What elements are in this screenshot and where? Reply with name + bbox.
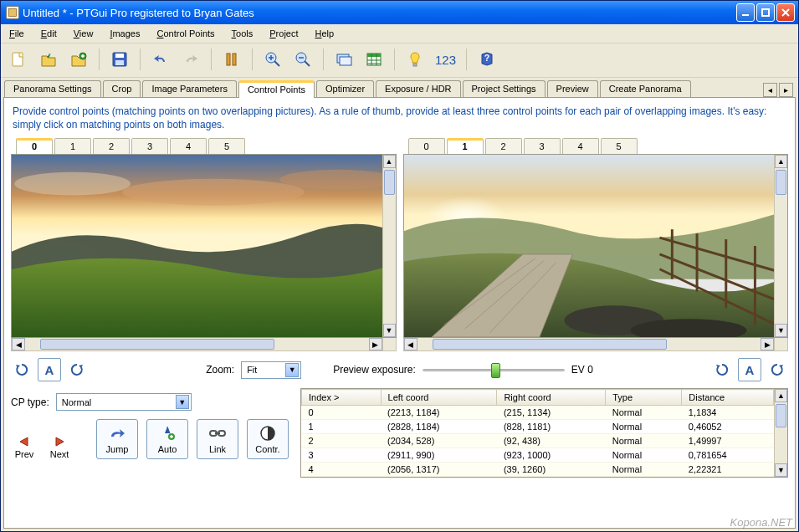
right-horizontal-scrollbar[interactable]: ◀▶ [403, 338, 776, 351]
svg-rect-7 [115, 60, 124, 65]
close-button[interactable] [776, 3, 795, 22]
preview-exposure-slider[interactable] [423, 361, 565, 378]
numeric-transform-button[interactable]: 123 [433, 53, 458, 67]
zoom-out-button[interactable] [290, 47, 315, 72]
zoom-label: Zoom: [206, 364, 234, 376]
left-rotate-cw-button[interactable] [68, 361, 86, 379]
left-image-tab-4[interactable]: 4 [170, 138, 207, 154]
tabs-scroll-left[interactable]: ◂ [763, 83, 777, 97]
svg-text:?: ? [484, 54, 489, 63]
main-tab-strip: Panorama SettingsCropImage ParametersCon… [1, 78, 798, 97]
right-rotate-cw-button[interactable] [768, 361, 786, 379]
zoom-combo[interactable]: Fit ▼ [241, 361, 301, 379]
new-project-button[interactable] [6, 47, 31, 72]
right-fit-button[interactable]: A [738, 358, 761, 381]
menu-file[interactable]: File [6, 27, 28, 40]
right-image-tab-0[interactable]: 0 [408, 138, 445, 154]
right-image-tab-2[interactable]: 2 [485, 138, 522, 154]
tab-project-settings[interactable]: Project Settings [463, 80, 545, 97]
table-header[interactable]: Left coord [381, 390, 497, 406]
table-row[interactable]: 3(2911, 990)(923, 1000)Normal0,781654 [302, 448, 774, 463]
tab-create-panorama[interactable]: Create Panorama [600, 80, 691, 97]
tab-optimizer[interactable]: Optimizer [316, 80, 374, 97]
menu-project[interactable]: Project [266, 27, 301, 40]
title-bar: Untitled * - PTGui Pro registered to Bry… [1, 1, 798, 24]
minimize-button[interactable] [736, 3, 755, 22]
table-row[interactable]: 2(2034, 528)(92, 438)Normal1,49997 [302, 434, 774, 448]
control-points-table-button[interactable] [361, 47, 387, 72]
right-vertical-scrollbar[interactable]: ▲ ▼ [774, 155, 787, 337]
table-row[interactable]: 4(2056, 1317)(39, 1260)Normal2,22321 [302, 463, 774, 477]
left-image-tab-2[interactable]: 2 [93, 138, 130, 154]
add-images-button[interactable] [66, 47, 91, 72]
left-fit-button[interactable]: A [38, 358, 61, 381]
menu-help[interactable]: Help [312, 27, 338, 40]
svg-rect-2 [762, 9, 769, 16]
align-images-button[interactable] [219, 47, 244, 72]
menu-images[interactable]: Images [106, 27, 143, 40]
table-vertical-scrollbar[interactable]: ▲ ▼ [774, 389, 787, 477]
svg-rect-0 [9, 9, 17, 17]
menu-control-points[interactable]: Control Points [153, 27, 218, 40]
tab-control-points[interactable]: Control Points [238, 80, 315, 98]
table-header[interactable]: Right coord [497, 390, 606, 406]
redo-button[interactable] [178, 47, 203, 72]
tab-crop[interactable]: Crop [103, 80, 141, 97]
menu-view[interactable]: View [70, 27, 97, 40]
table-header[interactable]: Distance [682, 390, 774, 406]
open-button[interactable] [36, 47, 61, 72]
help-button[interactable]: ? [474, 47, 499, 72]
menu-edit[interactable]: Edit [38, 27, 60, 40]
left-horizontal-scrollbar[interactable]: ◀▶ [11, 338, 383, 351]
right-image-tab-4[interactable]: 4 [562, 138, 599, 154]
zoom-value: Fit [247, 365, 280, 375]
undo-button[interactable] [148, 47, 173, 72]
table-header[interactable]: Index > [302, 390, 382, 406]
svg-rect-6 [115, 54, 124, 58]
table-row[interactable]: 1(2828, 1184)(828, 1181)Normal0,46052 [302, 420, 774, 434]
right-image-tabs: 012345 [403, 138, 789, 154]
right-image-tab-5[interactable]: 5 [601, 138, 638, 154]
right-image-view[interactable] [404, 155, 775, 337]
left-rotate-ccw-button[interactable] [13, 361, 31, 379]
zoom-in-button[interactable] [260, 47, 285, 72]
table-row[interactable]: 0(2213, 1184)(215, 1134)Normal1,1834 [302, 406, 774, 420]
save-button[interactable] [107, 47, 132, 72]
right-rotate-ccw-button[interactable] [713, 361, 731, 379]
panorama-editor-button[interactable] [331, 47, 356, 72]
tab-panorama-settings[interactable]: Panorama Settings [4, 80, 101, 97]
tab-image-parameters[interactable]: Image Parameters [142, 80, 236, 97]
main-toolbar: 123 ? [1, 43, 798, 78]
cp-type-value: Normal [62, 397, 171, 407]
menu-tools[interactable]: Tools [228, 27, 257, 40]
auto-button[interactable]: Auto [146, 419, 188, 459]
svg-rect-13 [340, 57, 351, 65]
svg-rect-16 [413, 64, 417, 66]
cp-type-combo[interactable]: Normal ▼ [56, 393, 192, 411]
prev-button[interactable]: Prev [11, 434, 38, 459]
cp-type-label: CP type: [11, 396, 49, 408]
right-image-tab-3[interactable]: 3 [524, 138, 561, 154]
left-image-view[interactable] [12, 155, 382, 337]
tabs-scroll-right[interactable]: ▸ [779, 83, 793, 97]
right-image-tab-1[interactable]: 1 [447, 138, 484, 154]
next-button[interactable]: Next [46, 434, 73, 459]
table-header[interactable]: Type [606, 390, 682, 406]
jump-button[interactable]: Jump [96, 419, 138, 459]
contrast-button[interactable]: Contr. [247, 419, 289, 459]
left-vertical-scrollbar[interactable]: ▲ ▼ [382, 155, 396, 337]
tab-exposure-hdr[interactable]: Exposure / HDR [376, 80, 460, 97]
svg-point-20 [14, 172, 131, 196]
left-image-tab-5[interactable]: 5 [208, 138, 245, 154]
link-button[interactable]: Link [197, 419, 238, 459]
chevron-down-icon: ▼ [285, 363, 299, 377]
maximize-button[interactable] [756, 3, 775, 22]
left-image-tab-0[interactable]: 0 [16, 138, 53, 154]
left-image-tab-3[interactable]: 3 [131, 138, 168, 154]
svg-rect-8 [227, 54, 230, 65]
left-image-tab-1[interactable]: 1 [54, 138, 91, 154]
svg-point-21 [122, 179, 305, 206]
preview-exposure-label: Preview exposure: [333, 364, 416, 376]
tab-preview[interactable]: Preview [547, 80, 598, 97]
tips-button[interactable] [402, 47, 428, 72]
